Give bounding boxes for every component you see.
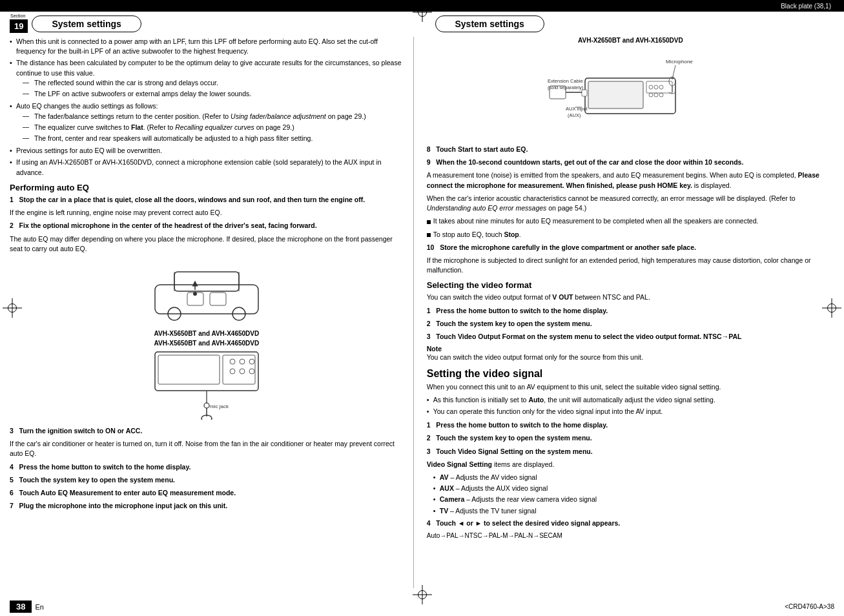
diagram2-label: AVH-X5650BT and AVH-X4650DVD [10, 330, 404, 337]
step9-body1: A measurement tone (noise) is emitted fr… [427, 170, 834, 190]
car-diagram-area [10, 259, 404, 325]
step1-heading: 1 Stop the car in a place that is quiet,… [10, 195, 404, 205]
svg-point-28 [654, 85, 658, 89]
page-ref: <CRD4760-A>38 [785, 603, 834, 610]
touch-video3: 3 Touch Video Output Format on the syste… [427, 332, 834, 342]
left-column: When this unit is connected to a power a… [10, 37, 414, 588]
dash-4: The equalizer curve switches to Flat. (R… [23, 123, 404, 132]
sv-step2: 2 Touch the system key to open the syste… [427, 433, 834, 443]
svg-point-14 [240, 359, 245, 364]
right-column: AVH-X2650BT and AVH-X1650DVD [414, 37, 834, 588]
aux-diagram-container: Microphone Extension Cable (sold separat… [546, 46, 714, 141]
en-label: En [35, 603, 43, 611]
step6-heading: 6 Touch Auto EQ Measurement to enter aut… [10, 488, 404, 498]
step9-sq2: To stop auto EQ, touch Stop. [427, 230, 834, 240]
bullet-4: Previous settings for auto EQ will be ov… [10, 146, 404, 156]
performing-eq-heading: Performing auto EQ [10, 183, 404, 192]
section-label: Section [10, 14, 25, 18]
device-diagram-svg: mic jack [149, 349, 265, 420]
svg-text:(sold separately): (sold separately) [548, 85, 584, 90]
dash-2: The LPF on active subwoofers or external… [23, 89, 404, 99]
step8-heading: 8 Touch Start to start auto EQ. [427, 145, 834, 154]
setting-bullet-1: As this function is initially set to Aut… [427, 395, 834, 405]
vs-item-aux: AUX – Adjusts the AUX video signal [433, 484, 834, 493]
vs-item-tv: TV – Adjusts the TV tuner signal [433, 506, 834, 516]
svg-point-18 [249, 369, 254, 374]
svg-point-20 [204, 403, 209, 408]
svg-point-31 [654, 93, 658, 97]
svg-point-15 [249, 359, 254, 364]
setting-bullets: As this function is initially set to Aut… [427, 395, 834, 416]
step7-heading: 7 Plug the microphone into the microphon… [10, 501, 404, 511]
svg-text:Microphone: Microphone [666, 59, 693, 65]
step1-body: If the engine is left running, engine no… [10, 208, 404, 218]
svg-rect-33 [582, 90, 587, 96]
step9-heading: 9 When the 10-second countdown starts, g… [427, 158, 834, 167]
svg-point-32 [659, 93, 663, 97]
touch-system2: 2 Touch the system key to open the syste… [427, 319, 834, 329]
top-bar-text: Black plate (38,1) [781, 3, 831, 10]
svg-point-16 [230, 369, 235, 374]
svg-text:Extension Cable: Extension Cable [548, 78, 583, 84]
step2-heading: 2 Fix the optional microphone in the cen… [10, 221, 404, 231]
svg-rect-25 [588, 81, 643, 108]
svg-text:mic jack: mic jack [210, 404, 229, 409]
step4-heading: 4 Press the home button to switch to the… [10, 462, 404, 472]
step10-heading: 10 Store the microphone carefully in the… [427, 243, 834, 252]
bullet-1: When this unit is connected to a power a… [10, 37, 404, 56]
svg-point-6 [193, 292, 197, 296]
sv-step1: 1 Press the home button to switch to the… [427, 420, 834, 430]
svg-rect-1 [174, 272, 239, 291]
page-number: 38 [10, 601, 32, 613]
left-section-title: System settings [32, 15, 141, 32]
step9-sq1: It takes about nine minutes for auto EQ … [427, 216, 834, 226]
svg-rect-5 [210, 293, 226, 305]
step9-body2: When the car's interior acoustic charact… [427, 194, 834, 213]
press-home1: 1 Press the home button to switch to the… [427, 306, 834, 316]
svg-point-29 [659, 85, 663, 89]
svg-point-17 [240, 369, 245, 374]
step3-heading: 3 Turn the ignition switch to ON or ACC. [10, 426, 404, 436]
step10-body: If the microphone is subjected to direct… [427, 256, 834, 275]
aux-diagram-svg: Microphone Extension Cable (sold separat… [546, 46, 714, 139]
svg-point-30 [649, 93, 653, 97]
svg-rect-0 [155, 285, 258, 314]
setting-heading: Setting the video signal [427, 368, 834, 380]
selecting-heading: Selecting the video format [427, 280, 834, 290]
right-section-title: System settings [435, 15, 544, 32]
device-diagram-area: mic jack [10, 349, 404, 421]
svg-point-13 [230, 359, 235, 364]
svg-text:(AUX): (AUX) [568, 112, 581, 118]
page-footer: 38 En <CRD4760-A>38 [10, 601, 834, 613]
note-title: Note [427, 345, 442, 353]
dash-list-auto-eq: The fader/balance settings return to the… [23, 112, 404, 144]
sv-step4: 4 Touch ◄ or ► to select the desired vid… [427, 518, 834, 528]
car-diagram-svg [142, 259, 271, 323]
dash-list-sound: The reflected sound within the car is st… [23, 78, 404, 99]
svg-text:AUX input: AUX input [566, 106, 588, 112]
note-body: You can switch the video output format o… [427, 353, 834, 362]
vs-item-camera: Camera – Adjusts the rear view camera vi… [433, 495, 834, 504]
dash-1: The reflected sound within the car is st… [23, 78, 404, 88]
vs-item-av: AV – Adjusts the AV video signal [433, 473, 834, 482]
video-signal-items: AV – Adjusts the AV video signal AUX – A… [433, 473, 834, 516]
step5-heading: 5 Touch the system key to open the syste… [10, 475, 404, 485]
avh-label: AVH-X5650BT and AVH-X4650DVD [10, 340, 404, 347]
bullet-2: The distance has been calculated by comp… [10, 58, 404, 99]
intro-bullets: When this unit is connected to a power a… [10, 37, 404, 178]
svg-point-27 [649, 85, 653, 89]
svg-rect-10 [155, 352, 258, 391]
avh-diagram-label: AVH-X2650BT and AVH-X1650DVD [427, 37, 834, 44]
svg-rect-11 [158, 355, 220, 384]
section-number: 19 [10, 19, 28, 33]
setting-body: When you connect this unit to an AV equi… [427, 382, 834, 392]
dash-5: The front, center and rear speakers will… [23, 134, 404, 143]
selecting-body: You can switch the video output format o… [427, 293, 834, 302]
sv-step3: 3 Touch Video Signal Setting on the syst… [427, 447, 834, 457]
aux-diagram-section: AVH-X2650BT and AVH-X1650DVD [427, 37, 834, 141]
video-signal-items-intro: Video Signal Setting items are displayed… [427, 460, 834, 469]
dash-3: The fader/balance settings return to the… [23, 112, 404, 121]
setting-bullet-2: You can operate this function only for t… [427, 407, 834, 416]
page-num-area: 38 En [10, 601, 44, 613]
step2-body: The auto EQ may differ depending on wher… [10, 234, 404, 254]
